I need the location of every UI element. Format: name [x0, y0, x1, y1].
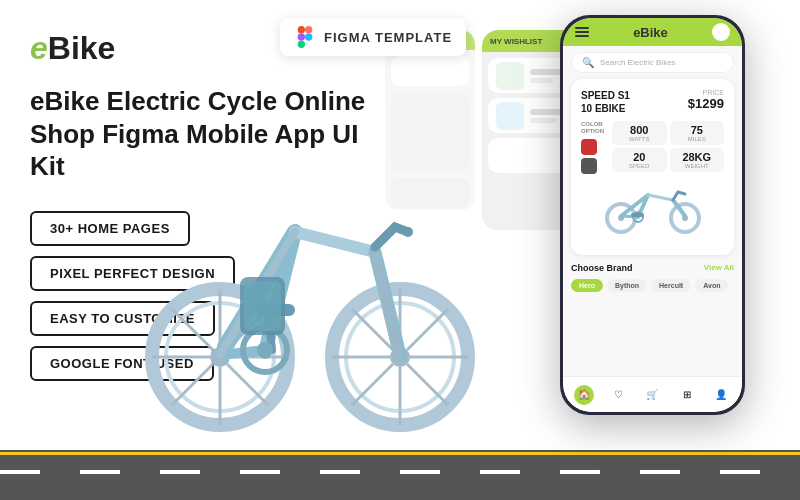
spec-speed: 20 SPEED — [612, 148, 666, 172]
phone-bottom-nav: 🏠 ♡ 🛒 ⊞ 👤 — [563, 376, 742, 412]
phone-header: eBike — [563, 18, 742, 46]
brand-chips: Hero Bython Hercult Avon — [571, 279, 734, 292]
svg-line-26 — [352, 364, 393, 405]
figma-template-text: FIGMA TEMPLATE — [324, 30, 452, 45]
brand-hero[interactable]: Hero — [571, 279, 603, 292]
search-placeholder: Search Electric Bikes — [600, 58, 676, 67]
nav-heart[interactable]: ♡ — [608, 385, 628, 405]
spec-watts: 800 WATTS — [612, 121, 666, 145]
svg-rect-32 — [244, 281, 281, 331]
brand-hercult[interactable]: Hercult — [651, 279, 691, 292]
choose-brand-section: Choose Brand View All Hero Bython Hercul… — [563, 259, 742, 296]
svg-rect-3 — [298, 41, 305, 48]
product-card: SPEED S110 EBIKE PRICE $1299 COLOROPTION — [571, 79, 734, 255]
color-swatch-dark[interactable] — [581, 158, 597, 174]
menu-icon[interactable] — [575, 27, 589, 37]
choose-brand-title: Choose Brand — [571, 263, 633, 273]
logo-prefix: e — [30, 30, 48, 67]
product-name: SPEED S110 EBIKE — [581, 89, 630, 115]
figma-template-badge: FIGMA TEMPLATE — [280, 18, 466, 56]
svg-rect-38 — [631, 213, 644, 217]
color-option-section: COLOROPTION — [581, 121, 604, 174]
spec-miles: 75 MILES — [670, 121, 725, 145]
svg-line-15 — [172, 364, 213, 405]
product-price: $1299 — [688, 96, 724, 111]
page-title: eBike Electric Cycle OnlineShop Figma Mo… — [30, 85, 390, 183]
nav-profile[interactable]: 👤 — [711, 385, 731, 405]
user-avatar[interactable] — [712, 23, 730, 41]
brand-bython[interactable]: Bython — [607, 279, 647, 292]
product-details: COLOROPTION 800 WATTS — [581, 121, 724, 174]
svg-line-24 — [407, 364, 448, 405]
product-price-section: PRICE $1299 — [688, 89, 724, 111]
product-header: SPEED S110 EBIKE PRICE $1299 — [581, 89, 724, 115]
figma-icon — [294, 26, 316, 48]
spec-weight: 28KG WEIGHT — [670, 148, 725, 172]
nav-home[interactable]: 🏠 — [574, 385, 594, 405]
main-container: FIGMA TEMPLATE e Bike eBike Electric Cyc… — [0, 0, 800, 500]
svg-line-12 — [172, 309, 213, 350]
nav-cart[interactable]: 🛒 — [642, 385, 662, 405]
nav-grid[interactable]: ⊞ — [677, 385, 697, 405]
svg-line-25 — [407, 309, 448, 350]
specs-grid: 800 WATTS 75 MILES 20 SPEED — [612, 121, 724, 172]
choose-brand-header: Choose Brand View All — [571, 263, 734, 273]
svg-rect-1 — [305, 26, 312, 33]
phone-brand-name: eBike — [633, 25, 668, 40]
view-all-link[interactable]: View All — [704, 263, 734, 273]
color-swatch-red[interactable] — [581, 139, 597, 155]
color-swatches — [581, 139, 604, 174]
svg-point-4 — [305, 33, 312, 40]
svg-point-30 — [257, 342, 273, 358]
svg-rect-0 — [298, 26, 305, 33]
phone-mockup: eBike 🔍 Search Electric Bikes SPEED S110… — [560, 15, 780, 475]
brand-avon[interactable]: Avon — [695, 279, 728, 292]
search-bar[interactable]: 🔍 Search Electric Bikes — [571, 52, 734, 73]
svg-rect-2 — [298, 33, 305, 40]
search-icon: 🔍 — [582, 57, 594, 68]
bike-illustration — [120, 172, 490, 452]
product-bike-image — [581, 180, 724, 239]
phone-screen: eBike 🔍 Search Electric Bikes SPEED S110… — [563, 18, 742, 412]
price-label: PRICE — [688, 89, 724, 96]
svg-point-27 — [403, 227, 413, 237]
phone-frame: eBike 🔍 Search Electric Bikes SPEED S110… — [560, 15, 745, 415]
logo-name: Bike — [48, 30, 116, 67]
